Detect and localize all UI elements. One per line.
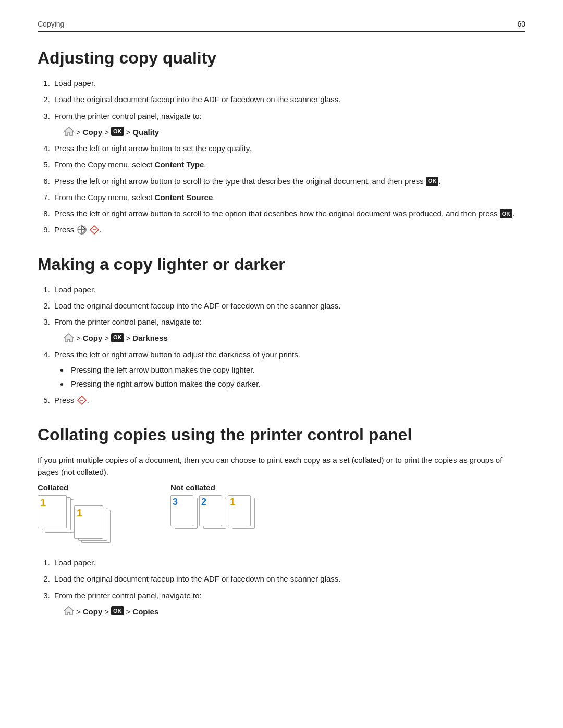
step1-6-text: Press the left or right arrow button to …: [54, 177, 441, 186]
ok-badge-3: OK: [500, 209, 513, 218]
step2-5: Press .: [52, 394, 525, 406]
step1-3-text: From the printer control panel, navigate…: [54, 112, 202, 120]
section2-title: Making a copy lighter or darker: [38, 255, 525, 274]
not-collated-illustration: 3 3 2: [170, 495, 275, 547]
nc-stack-1: 1 1: [228, 495, 255, 534]
collated-front-stack: 3 2 1: [38, 495, 77, 534]
step1-7-text: From the Copy menu, select Content Sourc…: [54, 193, 215, 202]
nav2-copy: Copy: [83, 332, 103, 344]
nav2-gt3: >: [126, 332, 131, 344]
page: Copying 60 Adjusting copy quality Load p…: [0, 0, 563, 728]
step1-8: Press the left or right arrow button to …: [52, 207, 525, 219]
nav2-gt2: >: [104, 332, 109, 344]
nc-cards-1: 1 1: [228, 495, 255, 534]
step1-4-text: Press the left or right arrow button to …: [54, 144, 251, 153]
nav3-copies: Copies: [132, 606, 158, 618]
nc-2a: 2: [199, 495, 222, 526]
step3-1-text: Load paper.: [54, 558, 95, 567]
bullet-lighter-text: Pressing the left arrow button makes the…: [71, 365, 255, 374]
nav-quality: Quality: [132, 126, 159, 138]
step2-4: Press the left or right arrow button to …: [52, 349, 525, 390]
nc-stack-3: 3 3: [170, 495, 198, 534]
svg-marker-12: [64, 607, 74, 615]
back-card-1: 1: [74, 505, 103, 539]
bullet-lighter: Pressing the left arrow button makes the…: [69, 364, 525, 376]
bullet-darker: Pressing the right arrow button makes th…: [69, 378, 525, 390]
collated-back-stack: 3 2 1: [74, 505, 113, 544]
section3-steps: Load paper. Load the original document f…: [52, 557, 525, 618]
nc-cards-3: 3 3: [170, 495, 198, 534]
step1-1-text: Load paper.: [54, 79, 95, 88]
section3-title: Collating copies using the printer contr…: [38, 425, 525, 445]
front-num-1: 1: [40, 497, 46, 509]
nc-cards-2: 2 2: [199, 495, 226, 534]
svg-marker-8: [64, 334, 74, 342]
not-collated-label: Not collated: [170, 483, 215, 492]
header-section-label: Copying: [38, 20, 64, 28]
step1-3-nav: > Copy > OK > Quality: [64, 126, 525, 138]
step1-3: From the printer control panel, navigate…: [52, 110, 525, 139]
collated-illustration: 3 2 1: [38, 495, 129, 547]
nav3-gt3: >: [126, 606, 131, 618]
back-num-1: 1: [77, 507, 82, 519]
nc-1a-num: 1: [230, 497, 235, 508]
step1-5-text: From the Copy menu, select Content Type.: [54, 160, 206, 169]
step1-4: Press the left or right arrow button to …: [52, 142, 525, 154]
home-icon: [64, 126, 74, 137]
nc-2a-num: 2: [201, 497, 206, 508]
nav-gt1: >: [76, 126, 81, 138]
bullet-darker-text: Pressing the right arrow button makes th…: [71, 379, 261, 388]
header-page-number: 60: [517, 20, 525, 28]
svg-marker-1: [64, 127, 74, 135]
nav2-gt1: >: [76, 332, 81, 344]
diamond-icon-1: [89, 225, 100, 235]
section-copy-lighter-darker: Making a copy lighter or darker Load pap…: [38, 255, 525, 406]
collated-front-cards: 3 2 1: [38, 495, 77, 534]
ok-badge-4: OK: [111, 333, 124, 342]
nav-gt3: >: [126, 126, 131, 138]
nc-3a: 3: [170, 495, 193, 526]
section1-title: Adjusting copy quality: [38, 48, 525, 68]
nav2-darkness: Darkness: [132, 332, 168, 344]
step3-1: Load paper.: [52, 557, 525, 569]
step3-3: From the printer control panel, navigate…: [52, 589, 525, 618]
diamond-icon-2: [77, 395, 87, 405]
step1-8-text: Press the left or right arrow button to …: [54, 209, 515, 218]
nav-gt2: >: [104, 126, 109, 138]
collated-area: Collated 3 2 1: [38, 483, 129, 547]
step2-2: Load the original document faceup into t…: [52, 300, 525, 312]
section-adjusting-copy-quality: Adjusting copy quality Load paper. Load …: [38, 48, 525, 236]
section-collating: Collating copies using the printer contr…: [38, 425, 525, 618]
nav-copy1: Copy: [83, 126, 103, 138]
step3-3-text: From the printer control panel, navigate…: [54, 591, 202, 600]
nc-3a-num: 3: [173, 497, 178, 508]
step2-3-text: From the printer control panel, navigate…: [54, 317, 202, 326]
home-icon-3: [64, 606, 74, 616]
nc-stack-2: 2 2: [199, 495, 226, 534]
section1-steps: Load paper. Load the original document f…: [52, 77, 525, 236]
nav3-gt2: >: [104, 606, 109, 618]
start-icon-1: [77, 225, 87, 235]
step3-2: Load the original document faceup into t…: [52, 573, 525, 585]
step2-4-text: Press the left or right arrow button to …: [54, 350, 300, 359]
content-source-label: Content Source: [155, 193, 213, 202]
step2-3: From the printer control panel, navigate…: [52, 316, 525, 344]
section3-intro: If you print multiple copies of a docume…: [38, 454, 525, 478]
nc-1a: 1: [228, 495, 251, 526]
front-card-1: 1: [38, 495, 67, 528]
step2-1-text: Load paper.: [54, 285, 95, 294]
page-header: Copying 60: [38, 20, 525, 32]
step1-2-text: Load the original document faceup into t…: [54, 95, 341, 104]
step1-7: From the Copy menu, select Content Sourc…: [52, 191, 525, 203]
step1-1: Load paper.: [52, 77, 525, 89]
collated-images-row: Collated 3 2 1: [38, 483, 525, 547]
collated-label: Collated: [38, 483, 68, 492]
not-collated-area: Not collated 3 3: [170, 483, 275, 547]
step2-5-text: Press .: [54, 396, 89, 404]
ok-badge-1: OK: [111, 127, 124, 136]
nav3-gt1: >: [76, 606, 81, 618]
ok-badge-5: OK: [111, 606, 124, 615]
nav3-copy: Copy: [83, 606, 103, 618]
step3-2-text: Load the original document faceup into t…: [54, 574, 341, 583]
step1-2: Load the original document faceup into t…: [52, 93, 525, 105]
